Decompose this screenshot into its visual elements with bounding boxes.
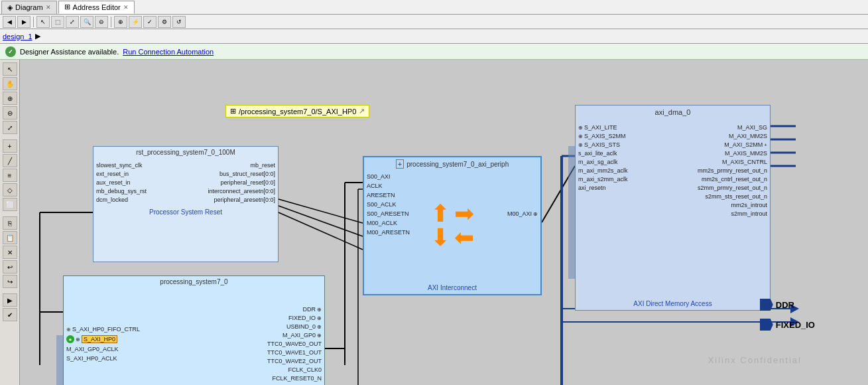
axi-int-block[interactable]: + processing_system7_0_axi_periph S00_AX… bbox=[363, 156, 542, 295]
ps-port-m-axi-gp0[interactable]: M_AXI_GP0⊕ bbox=[267, 332, 322, 339]
ps-port-ddr[interactable]: DDR⊕ bbox=[267, 306, 322, 313]
ps-port-fixed-io[interactable]: FIXED_IO⊕ bbox=[267, 315, 322, 321]
axi-int-port-aclk[interactable]: ACLK bbox=[367, 183, 410, 189]
tool-undo[interactable]: ↩ bbox=[3, 260, 17, 273]
rst-port-slowest[interactable]: slowest_sync_clk bbox=[96, 162, 147, 169]
rst-block-title: rst_processing_system7_0_100M bbox=[93, 147, 278, 158]
tool-copy[interactable]: ⎘ bbox=[3, 216, 17, 230]
toolbar-btn-refresh[interactable]: ↺ bbox=[172, 16, 186, 28]
axi-int-port-m00-axi[interactable]: M00_AXI⊕ bbox=[507, 210, 538, 217]
tool-zoom-out[interactable]: ⊖ bbox=[3, 106, 17, 119]
ddr-arrow-shape bbox=[760, 299, 773, 311]
tool-delete[interactable]: ✕ bbox=[3, 246, 17, 259]
address-editor-tab-close[interactable]: ✕ bbox=[123, 4, 129, 11]
rst-port-mb-reset[interactable]: mb_reset bbox=[208, 162, 275, 169]
toolbar-btn-settings[interactable]: ⚙ bbox=[158, 16, 171, 28]
axi-dma-port-axi-resetn[interactable]: axi_resetn bbox=[578, 185, 628, 191]
axi-dma-port-m-axi-s2mm[interactable]: M_AXI_S2MM+ bbox=[698, 141, 767, 148]
toolbar-btn-select[interactable]: ⬚ bbox=[51, 16, 64, 28]
ps-port-fclk-reset[interactable]: FCLK_RESET0_N bbox=[267, 375, 322, 382]
ps-port-hp0-label[interactable]: S_AXI_HP0 bbox=[82, 335, 117, 343]
ps-port-ttc0-wave1[interactable]: TTC0_WAVE1_OUT bbox=[267, 349, 322, 356]
toolbar-btn-zoom-in[interactable]: 🔍 bbox=[80, 16, 93, 28]
tool-validate2[interactable]: ✔ bbox=[3, 308, 17, 321]
diagram-tab-icon: ◈ bbox=[7, 3, 13, 12]
axi-dma-port-s-axi-lite[interactable]: ⊕S_AXI_LITE bbox=[578, 124, 628, 131]
axi-int-port-s00[interactable]: S00_AXI bbox=[367, 173, 410, 180]
axi-dma-port-s-axis-s2mm[interactable]: ⊕S_AXIS_S2MM bbox=[578, 133, 628, 139]
rst-port-dcm[interactable]: dcm_locked bbox=[96, 196, 147, 203]
axi-dma-port-s-axis-sts[interactable]: ⊕S_AXIS_STS bbox=[578, 141, 628, 148]
tab-diagram[interactable]: ◈ Diagram ✕ bbox=[1, 1, 57, 14]
tool-boundary[interactable]: ⬜ bbox=[3, 198, 17, 211]
axi-dma-port-m-axis-mm2s[interactable]: M_AXIS_MM2S bbox=[698, 150, 767, 157]
ps-port-hp0[interactable]: ● ⊕ S_AXI_HP0 bbox=[66, 335, 140, 343]
rst-port-mb-debug[interactable]: mb_debug_sys_rst bbox=[96, 188, 147, 194]
toolbar-btn-zoom-fit[interactable]: ⤢ bbox=[66, 16, 79, 28]
axi-dma-port-m-axis-cntrl[interactable]: M_AXIS_CNTRL bbox=[698, 159, 767, 165]
toolbar-btn-zoom-out[interactable]: ⊖ bbox=[95, 16, 108, 28]
toolbar-btn-add[interactable]: ⊕ bbox=[114, 16, 127, 28]
axi-int-port-s00-aclk[interactable]: S00_ACLK bbox=[367, 201, 410, 208]
rst-port-aux-reset[interactable]: aux_reset_in bbox=[96, 179, 147, 186]
ps-port-hp0-aclk[interactable]: S_AXI_HP0_ACLK bbox=[66, 355, 140, 362]
axi-dma-block[interactable]: axi_dma_0 ⊕S_AXI_LITE ⊕S_AXIS_S2MM ⊕S_AX… bbox=[575, 105, 771, 311]
axi-dma-port-m-axi-mm2s[interactable]: M_AXI_MM2S bbox=[698, 133, 767, 139]
ps-port-ttc0-wave2[interactable]: TTC0_WAVE2_OUT bbox=[267, 358, 322, 364]
axi-int-port-s00-aresetn[interactable]: S00_ARESETN bbox=[367, 210, 410, 217]
tool-port[interactable]: ◇ bbox=[3, 183, 17, 196]
ps-port-hp0-fifo[interactable]: ⊕ S_AXI_HP0_FIFO_CTRL bbox=[66, 326, 140, 333]
tool-pan[interactable]: ✋ bbox=[3, 77, 17, 90]
ps-block[interactable]: processing_system7_0 ⊕ S_AXI_HP0_FIFO_CT… bbox=[63, 275, 325, 385]
axi-dma-right-ports: M_AXI_SG M_AXI_MM2S M_AXI_S2MM+ M_AXIS_M… bbox=[698, 124, 767, 217]
tool-bus[interactable]: ≡ bbox=[3, 169, 17, 182]
rst-port-peripheral-aresetn[interactable]: peripheral_aresetn[0:0] bbox=[208, 196, 275, 203]
run-connection-automation-link[interactable]: Run Connection Automation bbox=[123, 48, 214, 56]
breadcrumb-design[interactable]: design_1 bbox=[3, 33, 32, 40]
hover-label: ⊞ /processing_system7_0/S_AXI_HP0 ↗ bbox=[225, 105, 369, 117]
axi-dma-port-m-axi-mm2s-aclk[interactable]: m_axi_mm2s_aclk bbox=[578, 167, 628, 174]
toolbar-btn-pointer[interactable]: ↖ bbox=[36, 16, 50, 28]
toolbar-btn-validate[interactable]: ✓ bbox=[143, 16, 156, 28]
tool-select[interactable]: ↖ bbox=[3, 62, 17, 76]
rst-block[interactable]: rst_processing_system7_0_100M slowest_sy… bbox=[93, 146, 279, 262]
diagram-tab-close[interactable]: ✕ bbox=[46, 4, 51, 11]
tool-add-ip[interactable]: + bbox=[3, 139, 17, 153]
tool-wire[interactable]: ╱ bbox=[3, 154, 17, 167]
axi-dma-port-mm2s-prmry[interactable]: mm2s_prmry_reset_out_n bbox=[698, 167, 767, 174]
axi-dma-port-s2mm-intr[interactable]: s2mm_introut bbox=[698, 210, 767, 217]
axi-dma-port-m-axi-sg[interactable]: M_AXI_SG bbox=[698, 124, 767, 131]
toolbar-btn-forward[interactable]: ▶ bbox=[17, 16, 31, 28]
breadcrumb-bar: design_1 ▶ bbox=[0, 29, 868, 44]
axi-dma-port-m-axi-sg-aclk[interactable]: m_axi_sg_aclk bbox=[578, 159, 628, 165]
tool-paste[interactable]: 📋 bbox=[3, 231, 17, 244]
axi-dma-port-m-axi-s2mm-aclk[interactable]: m_axi_s2mm_aclk bbox=[578, 176, 628, 183]
rst-port-ext-reset[interactable]: ext_reset_in bbox=[96, 171, 147, 177]
axi-int-port-m00-aresetn[interactable]: M00_ARESETN bbox=[367, 229, 410, 236]
ps-port-m-axi-gp0-aclk[interactable]: M_AXI_GP0_ACLK bbox=[66, 346, 140, 352]
ps-port-usbind[interactable]: USBIND_0⊕ bbox=[267, 323, 322, 330]
rst-port-bus-struct[interactable]: bus_struct_reset[0:0] bbox=[208, 171, 275, 177]
address-editor-tab-label: Address Editor bbox=[73, 3, 121, 11]
rst-port-peripheral-reset[interactable]: peripheral_reset[0:0] bbox=[208, 179, 275, 186]
tab-address-editor[interactable]: ⊞ Address Editor ✕ bbox=[58, 1, 135, 14]
axi-int-port-aresetn[interactable]: ARESETN bbox=[367, 192, 410, 198]
axi-dma-port-s2mm-sts[interactable]: s2mm_sts_reset_out_n bbox=[698, 193, 767, 200]
rst-port-interconnect-aresetn[interactable]: interconnect_aresetn[0:0] bbox=[208, 188, 275, 194]
axi-int-expand-icon[interactable]: + bbox=[396, 159, 404, 169]
tool-run[interactable]: ▶ bbox=[3, 293, 17, 307]
axi-int-left-ports: S00_AXI ACLK ARESETN S00_ACLK S00_ARESET… bbox=[367, 173, 410, 236]
tool-fit[interactable]: ⤢ bbox=[3, 121, 17, 134]
tool-zoom-in[interactable]: ⊕ bbox=[3, 92, 17, 105]
watermark: Xilinx Confidential bbox=[708, 355, 802, 365]
axi-dma-port-s-axi-lite-aclk[interactable]: s_axi_lite_aclk bbox=[578, 150, 628, 157]
toolbar-btn-auto[interactable]: ⚡ bbox=[129, 16, 142, 28]
ps-port-ttc0-wave0[interactable]: TTC0_WAVE0_OUT bbox=[267, 341, 322, 347]
axi-dma-port-mm2s-intr[interactable]: mm2s_introut bbox=[698, 202, 767, 208]
toolbar-btn-back[interactable]: ◀ bbox=[3, 16, 16, 28]
axi-dma-port-s2mm-prmry[interactable]: s2mm_prmry_reset_out_n bbox=[698, 185, 767, 191]
ps-port-fclk[interactable]: FCLK_CLK0 bbox=[267, 366, 322, 373]
axi-int-port-m00-aclk[interactable]: M00_ACLK bbox=[367, 220, 410, 226]
axi-dma-port-mm2s-cntrl[interactable]: mm2s_cntrl_reset_out_n bbox=[698, 176, 767, 183]
tool-redo[interactable]: ↪ bbox=[3, 275, 17, 288]
